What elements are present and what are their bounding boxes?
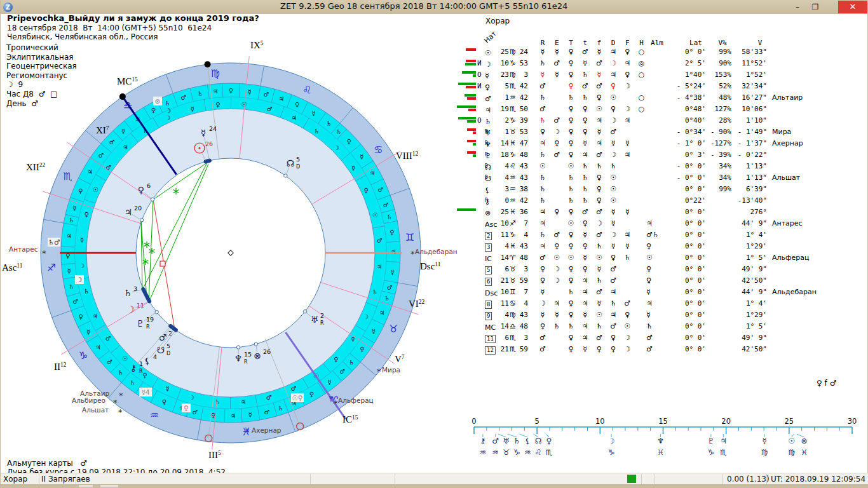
ruler-sign-glyph: ♑ xyxy=(707,448,714,457)
term-ruler-glyph: ♂ xyxy=(387,284,393,291)
square-glyph xyxy=(160,261,165,266)
house-label: VIII12 xyxy=(396,151,419,161)
ruler-sign-glyph: ♏ xyxy=(546,448,553,457)
house-label: VI22 xyxy=(409,299,425,309)
ruler-sign-glyph: ♉ xyxy=(503,448,510,457)
app-icon: Z xyxy=(3,3,13,12)
planet-degree-label: 3 xyxy=(133,285,137,292)
planet-degree-label: 5 xyxy=(296,156,300,163)
ruler-number: 20 xyxy=(721,417,731,426)
status-divider xyxy=(654,474,654,484)
horoscope-wheel[interactable]: ♈♃♀☿♂♄♂☉♀♉♀☿♃♄♂☿☽♄♊☿♃♀♄♂♃♂☉♋♂♃☿♀♄♀☿☽♌♄☿♀… xyxy=(1,14,868,488)
planet-degree-label: 26 xyxy=(263,348,271,355)
highlight-box-glyph: ⊛ xyxy=(155,97,161,105)
term-ruler-glyph: ☿ xyxy=(327,379,331,386)
planet-glyph: ♀ xyxy=(138,185,144,195)
status-divider xyxy=(766,474,767,484)
term-ruler-glyph: ♂ xyxy=(107,358,112,365)
term-ruler-glyph: ♄ xyxy=(165,100,170,107)
face-ruler-glyph: ☿ xyxy=(80,236,84,243)
minimize-button[interactable]: – xyxy=(790,1,805,13)
highlight-box-glyph: ☽ xyxy=(76,276,82,283)
term-ruler-glyph: ♀ xyxy=(151,107,156,114)
term-ruler-glyph: ♂ xyxy=(383,201,389,208)
term-ruler-glyph: ♄ xyxy=(69,217,74,224)
planet-motion-label: R xyxy=(320,320,324,326)
planet-glyph: ⚷ xyxy=(130,363,137,373)
face-ruler-glyph: ☉ xyxy=(241,101,247,108)
planet-glyph: ☊ xyxy=(287,158,294,168)
ruler-planet-glyph: ♃ xyxy=(720,437,727,445)
term-ruler-glyph: ♀ xyxy=(360,346,364,353)
sign-glyph: ♋ xyxy=(374,144,383,156)
ruler-planet-glyph: ☊ xyxy=(535,437,542,445)
term-ruler-glyph: ♀ xyxy=(78,187,83,194)
face-ruler-glyph: ♂ xyxy=(267,105,273,112)
house-label: III5 xyxy=(208,450,221,460)
status-divider xyxy=(722,474,723,484)
ruler-number: 15 xyxy=(658,417,668,426)
sign-glyph: ♍ xyxy=(211,67,220,79)
title-bar[interactable]: Z ZET 9.2.59 Geo 18 сентября 2018 Вт 14:… xyxy=(1,0,868,14)
close-button[interactable]: ✕ xyxy=(838,1,867,13)
term-ruler-glyph: ♃ xyxy=(66,233,72,240)
fixed-star-label: Мира xyxy=(382,366,400,374)
planet-degree-label: 20 xyxy=(134,205,142,212)
planet-glyph: ♅ xyxy=(311,315,319,325)
face-ruler-glyph: ♃ xyxy=(377,263,383,270)
planet-degree-label: 15 xyxy=(244,351,252,358)
term-ruler-glyph: ☿ xyxy=(248,411,252,418)
restore-button[interactable]: ❐ xyxy=(808,1,823,13)
term-ruler-glyph: ♃ xyxy=(278,95,284,102)
ruler-planet-glyph: ♂ xyxy=(492,437,499,445)
term-ruler-glyph: ♄ xyxy=(384,295,390,302)
face-ruler-glyph: ☉ xyxy=(93,186,98,193)
fixed-star-label: Альдебаран xyxy=(415,248,458,255)
planet-position-marker xyxy=(254,342,257,346)
face-ruler-glyph: ☽ xyxy=(79,262,85,269)
bottom-strip xyxy=(1,484,868,488)
house-label: Dsc11 xyxy=(420,261,441,271)
house-label: XII22 xyxy=(26,162,46,172)
term-ruler-glyph: ☿ xyxy=(86,329,90,336)
ruler-number: 25 xyxy=(785,417,794,426)
fixed-star-mark: * xyxy=(42,248,46,258)
face-ruler-glyph: ♄ xyxy=(372,288,377,295)
planet-glyph: ♃ xyxy=(125,207,133,217)
term-ruler-glyph: ♂ xyxy=(98,152,104,159)
term-ruler-glyph: ♄ xyxy=(118,369,123,376)
planet-position-marker xyxy=(140,219,144,222)
term-ruler-glyph: ♂ xyxy=(72,298,78,305)
sign-glyph: ♑ xyxy=(79,349,88,362)
ruler-sign-glyph: ♑ xyxy=(513,448,520,457)
status-mode[interactable]: Хорар xyxy=(3,475,27,484)
ruler-number: 10 xyxy=(595,417,605,426)
face-ruler-glyph: ♄ xyxy=(83,288,89,295)
term-ruler-glyph: ☿ xyxy=(67,268,71,274)
face-ruler-glyph: ☽ xyxy=(334,144,339,151)
house-label: II12 xyxy=(54,362,67,372)
term-ruler-glyph: ♄ xyxy=(130,379,135,386)
planet-glyph: ☽ xyxy=(127,304,135,315)
term-ruler-glyph: ♂ xyxy=(193,409,198,416)
planet-degree-label: 11 xyxy=(137,302,144,309)
status-divider xyxy=(39,474,39,484)
face-ruler-glyph: ♃ xyxy=(92,313,98,320)
ruler-sign-glyph: ♓ xyxy=(801,448,808,457)
status-house-system[interactable]: II Запрягаев xyxy=(41,475,90,484)
fixed-star-label: Альбирео xyxy=(72,396,105,404)
ruler-planet-glyph: ♅ xyxy=(503,437,510,445)
term-ruler-glyph: ♀ xyxy=(162,398,166,405)
term-ruler-glyph: ♄ xyxy=(278,405,283,412)
extra-glyph: ☽ xyxy=(165,107,171,114)
term-ruler-glyph: ♄ xyxy=(386,214,392,220)
planet-motion-label: R xyxy=(146,324,150,330)
term-ruler-glyph: ☿ xyxy=(360,153,363,160)
face-ruler-glyph: ☿ xyxy=(351,165,355,172)
planet-position-marker xyxy=(284,174,287,177)
window-title: ZET 9.2.59 Geo 18 сентября 2018 Вт 14:00… xyxy=(280,1,567,11)
ruler-number: 0 xyxy=(471,417,476,426)
fixed-star-mark: * xyxy=(119,391,123,400)
term-ruler-glyph: ♃ xyxy=(95,344,101,351)
house-label: MC15 xyxy=(117,76,138,86)
